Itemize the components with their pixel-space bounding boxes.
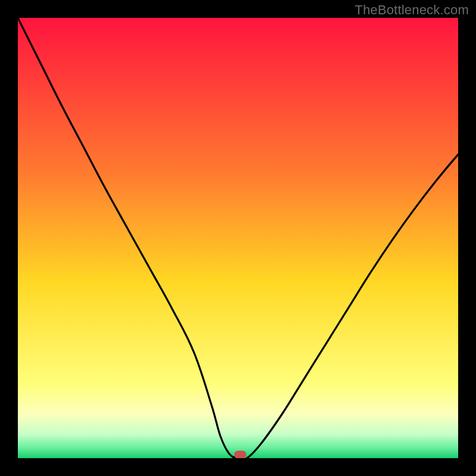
chart-svg [18,18,458,458]
chart-frame: TheBottleneck.com [0,0,476,476]
watermark-text: TheBottleneck.com [355,2,469,18]
gradient-background [18,18,458,458]
plot-area [18,18,458,458]
optimal-marker [234,451,246,458]
